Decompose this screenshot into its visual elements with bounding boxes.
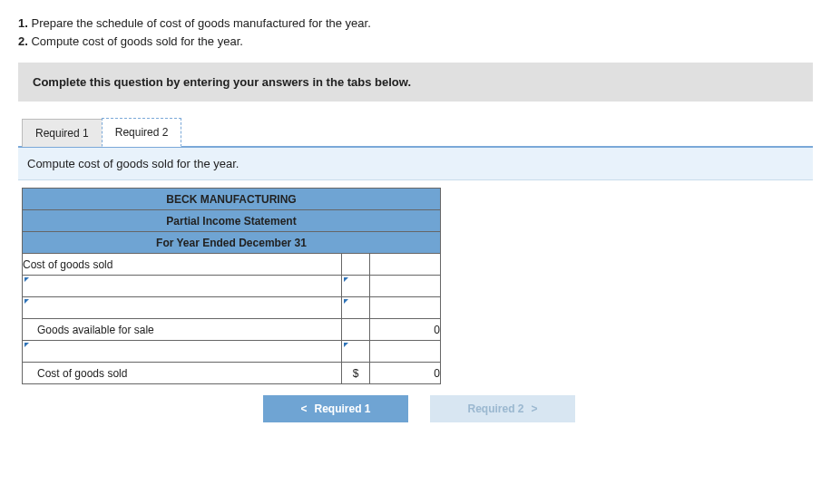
table-row: Cost of goods sold (23, 254, 441, 276)
instruction-2-num: 2. (18, 34, 28, 48)
input-cell-sym[interactable] (342, 276, 370, 297)
row-final-val: 0 (370, 363, 441, 384)
cell-empty (370, 254, 441, 276)
row-final-label: Cost of goods sold (23, 363, 342, 384)
row-cogs-label: Cost of goods sold (23, 254, 342, 276)
input-cell-sym[interactable] (342, 297, 370, 319)
tabs: Required 1 Required 2 (18, 118, 813, 147)
tab-prompt: Compute cost of goods sold for the year. (18, 148, 813, 180)
instructions: 1. Prepare the schedule of cost of goods… (18, 15, 813, 50)
table-row: Goods available for sale 0 (23, 319, 441, 341)
nav-buttons: < Required 1 Required 2 > (263, 395, 813, 422)
next-button-label: Required 2 (467, 402, 523, 415)
tab-required-1[interactable]: Required 1 (22, 119, 103, 147)
row-final-sym: $ (342, 363, 370, 384)
tab-required-2[interactable]: Required 2 (102, 118, 182, 147)
table-row (23, 341, 441, 363)
instruction-2: 2. Compute cost of goods sold for the ye… (18, 33, 813, 51)
prev-button[interactable]: < Required 1 (263, 395, 408, 422)
row-gas-val: 0 (370, 319, 441, 341)
input-cell-val[interactable] (370, 297, 441, 319)
instruction-banner: Complete this question by entering your … (18, 63, 813, 102)
input-cell-val[interactable] (370, 341, 441, 363)
input-cell-val[interactable] (370, 276, 441, 297)
table-row (23, 276, 441, 297)
table-row: Cost of goods sold $ 0 (23, 363, 441, 384)
cell-empty (342, 254, 370, 276)
input-cell-desc[interactable] (23, 341, 342, 363)
row-gas-label: Goods available for sale (23, 319, 342, 341)
table-row (23, 297, 441, 319)
instruction-1-text: Prepare the schedule of cost of goods ma… (28, 16, 371, 30)
chevron-left-icon: < (300, 402, 307, 415)
instruction-1-num: 1. (18, 16, 28, 30)
instruction-2-text: Compute cost of goods sold for the year. (28, 34, 243, 48)
cell-empty (342, 319, 370, 341)
prev-button-label: Required 1 (315, 402, 371, 415)
input-cell-desc[interactable] (23, 276, 342, 297)
sheet-header-statement: Partial Income Statement (23, 210, 441, 232)
sheet-header-period: For Year Ended December 31 (23, 232, 441, 254)
next-button[interactable]: Required 2 > (430, 395, 575, 422)
worksheet: BECK MANUFACTURING Partial Income Statem… (18, 180, 813, 384)
worksheet-table: BECK MANUFACTURING Partial Income Statem… (22, 188, 441, 384)
chevron-right-icon: > (532, 402, 538, 415)
input-cell-sym[interactable] (342, 341, 370, 363)
sheet-header-company: BECK MANUFACTURING (23, 189, 441, 210)
input-cell-desc[interactable] (23, 297, 342, 319)
instruction-1: 1. Prepare the schedule of cost of goods… (18, 15, 813, 33)
